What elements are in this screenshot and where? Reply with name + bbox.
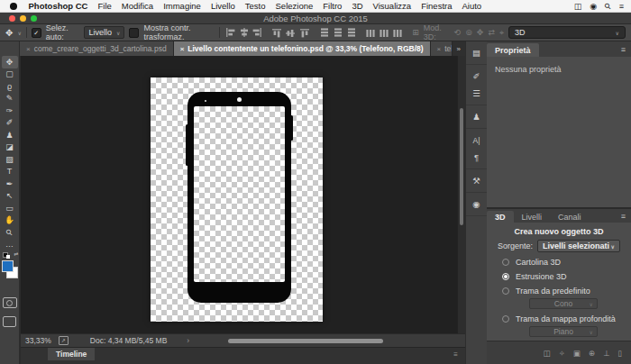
foreground-color-swatch[interactable] — [2, 260, 14, 272]
align-middle-icon[interactable] — [285, 27, 297, 39]
eraser-tool[interactable]: ◪ — [2, 141, 18, 154]
radio-icon[interactable] — [502, 259, 509, 266]
close-icon[interactable]: × — [26, 45, 31, 53]
type-tool[interactable]: T — [2, 166, 18, 178]
move-tool[interactable]: ✥ — [2, 56, 18, 68]
timeline-menu-icon[interactable]: ≡ — [453, 350, 458, 359]
default-colors-icon[interactable] — [6, 255, 10, 259]
menu-immagine[interactable]: Immagine — [159, 1, 206, 11]
menu-selezione[interactable]: Selezione — [270, 1, 318, 11]
histogram-panel-icon[interactable]: ◉ — [472, 196, 480, 213]
clone-source-panel-icon[interactable]: ♟ — [472, 108, 480, 125]
horizontal-scrollbar-thumb[interactable] — [228, 339, 383, 343]
menu-photoshop[interactable]: Photoshop CC — [23, 1, 93, 11]
quick-mask-button[interactable] — [3, 297, 17, 308]
tab-3d[interactable]: 3D — [487, 211, 514, 223]
chevron-down-icon[interactable]: ∨ — [17, 30, 21, 36]
path-selection-tool[interactable]: ↖ — [2, 190, 18, 203]
filter-icon[interactable]: ◫ — [544, 349, 551, 358]
menu-filtro[interactable]: Filtro — [318, 1, 347, 11]
show-transform-checkbox[interactable] — [129, 28, 139, 38]
menu-file[interactable]: File — [93, 1, 116, 11]
spotlight-icon[interactable]: ⚲ — [603, 1, 614, 12]
3d-slide-icon[interactable]: ⇄ — [488, 28, 495, 37]
document-tab-tracciato[interactable]: × telefonino sotto forma di tracciato — [431, 41, 453, 56]
move-tool-icon[interactable]: ✥ — [5, 28, 13, 38]
menu-visualizza[interactable]: Visualizza — [368, 1, 416, 11]
option-estrusione-3d[interactable]: Estrusione 3D — [502, 272, 620, 281]
document-canvas[interactable] — [151, 77, 323, 322]
vertical-scrollbar[interactable] — [457, 56, 465, 333]
preset-dropdown[interactable]: Cono ∨ — [529, 298, 598, 309]
canvas-area[interactable] — [21, 56, 457, 333]
auto-select-checkbox[interactable]: ✓ — [32, 28, 41, 38]
distribute-grid-icon[interactable]: ⊞ — [412, 28, 419, 37]
tab-livelli[interactable]: Livelli — [514, 211, 551, 223]
auto-select-dropdown[interactable]: Livello ∨ — [84, 26, 124, 39]
marquee-tool[interactable]: ▢ — [2, 68, 18, 81]
panel-menu-icon[interactable]: ≡ — [621, 212, 631, 221]
distribute-left-icon[interactable] — [365, 27, 377, 39]
3d-scale-icon[interactable]: ⌖ — [499, 28, 504, 38]
option-trama-predefinito[interactable]: Trama da predefinito — [502, 287, 620, 296]
swap-colors-icon[interactable]: ⇄ — [14, 250, 18, 257]
timeline-tab[interactable]: Timeline — [48, 348, 95, 360]
menu-3d[interactable]: 3D — [347, 1, 368, 11]
zoom-level[interactable]: 33,33% — [25, 336, 51, 345]
display-icon[interactable]: ◫ — [574, 2, 582, 11]
lasso-tool[interactable]: ϱ — [2, 80, 18, 93]
paragraph-panel-icon[interactable]: ¶ — [474, 149, 479, 166]
zoom-tool[interactable]: ⚲ — [5, 227, 15, 238]
tab-canali[interactable]: Canali — [550, 211, 590, 223]
light-icon[interactable]: ✧ — [559, 349, 565, 358]
workspace-dropdown[interactable]: 3D ∨ — [508, 26, 626, 39]
radio-icon[interactable] — [502, 315, 509, 323]
document-tab-telefonino[interactable]: × Livello contentente un telefonino.psd … — [174, 41, 431, 56]
sphere-icon[interactable]: ◉ — [590, 2, 597, 11]
distribute-bottom-icon[interactable] — [345, 27, 357, 39]
delete-icon[interactable]: ▯ — [617, 349, 622, 358]
brush-panel-icon[interactable]: ✐ — [473, 68, 480, 85]
apple-menu-icon[interactable] — [10, 3, 17, 10]
menu-aiuto[interactable]: Aiuto — [457, 1, 487, 11]
close-icon[interactable]: × — [437, 45, 442, 53]
distribute-right-icon[interactable] — [392, 27, 404, 39]
radio-icon[interactable] — [502, 287, 509, 295]
align-bottom-icon[interactable] — [298, 27, 310, 39]
swatches-panel-icon[interactable]: ▤ — [472, 44, 480, 61]
option-cartolina-3d[interactable]: Cartolina 3D — [502, 258, 620, 267]
3d-drag-icon[interactable]: ✥ — [477, 28, 484, 37]
share-icon[interactable]: ↗ — [59, 336, 69, 345]
close-icon[interactable]: × — [180, 45, 185, 53]
menu-finestra[interactable]: Finestra — [416, 1, 457, 11]
status-expander-icon[interactable]: › — [187, 336, 189, 345]
option-trama-mappa-profondita[interactable]: Trama da mappa profondità — [502, 314, 620, 323]
quick-selection-tool[interactable]: ✎ — [2, 93, 18, 105]
notification-center-icon[interactable]: ≡ — [619, 2, 624, 11]
panel-menu-icon[interactable]: ≡ — [621, 45, 631, 54]
menu-livello[interactable]: Livello — [206, 1, 240, 11]
radio-selected-icon[interactable] — [502, 273, 509, 280]
depth-map-dropdown[interactable]: Piano ∨ — [529, 326, 598, 337]
brush-tool[interactable]: ✐ — [2, 117, 18, 130]
render-icon[interactable]: ▣ — [573, 349, 581, 358]
document-tab-cartolina[interactable]: × come_creare_oggetti_3d_cartolina.psd — [20, 41, 174, 56]
pen-tool[interactable]: ✒ — [2, 177, 18, 190]
align-center-horizontal-icon[interactable] — [238, 27, 250, 39]
distribute-center-icon[interactable] — [379, 27, 390, 39]
screen-mode-button[interactable] — [3, 316, 16, 327]
gradient-tool[interactable]: ▨ — [2, 153, 18, 166]
character-panel-icon[interactable]: A| — [473, 132, 480, 149]
3d-rotate-icon[interactable]: ⟲ — [454, 28, 462, 37]
brush-settings-panel-icon[interactable]: ☰ — [472, 85, 480, 102]
shape-tool[interactable]: ▭ — [2, 202, 18, 214]
clone-stamp-tool[interactable]: ♟ — [2, 129, 18, 141]
tab-overflow-icon[interactable]: » — [453, 45, 465, 53]
tool-presets-panel-icon[interactable]: ⚒ — [472, 172, 480, 189]
3d-roll-icon[interactable]: ⊚ — [465, 28, 472, 37]
hand-tool[interactable]: ✋ — [2, 214, 18, 227]
distribute-top-icon[interactable] — [318, 27, 330, 39]
vertical-scrollbar-thumb[interactable] — [460, 108, 463, 225]
eyedropper-tool[interactable]: ✑ — [2, 105, 18, 117]
source-dropdown[interactable]: Livelli selezionati ∨ — [537, 240, 620, 252]
